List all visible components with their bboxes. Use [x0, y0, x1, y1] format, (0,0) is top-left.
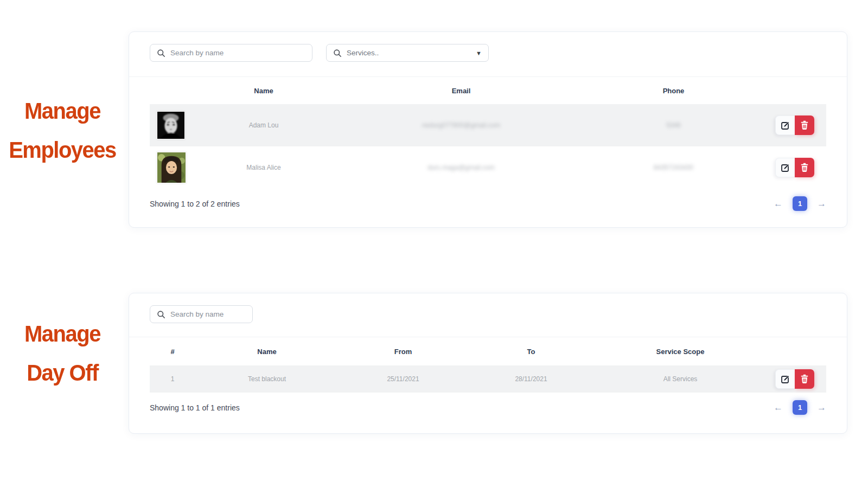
entries-summary: Showing 1 to 1 of 1 entries [150, 403, 240, 412]
heading-line: Manage [0, 314, 125, 353]
delete-dayoff-button[interactable] [795, 369, 814, 389]
dayoff-search-input[interactable] [170, 310, 246, 318]
employee-search-input[interactable] [170, 49, 305, 57]
dayoff-search [150, 305, 253, 323]
dayoff-name: Test blackout [195, 375, 339, 383]
dayoff-table-header: # Name From To Service Scope [150, 337, 826, 365]
delete-employee-button[interactable] [795, 115, 814, 135]
avatar-cell [150, 152, 199, 183]
next-page-arrow[interactable]: → [817, 198, 826, 209]
dayoff-toolbar [129, 293, 847, 337]
avatar [157, 152, 186, 183]
employee-search [150, 44, 312, 62]
column-header-email: Email [329, 87, 593, 95]
prev-page-arrow[interactable]: ← [774, 198, 783, 209]
trash-icon [800, 163, 809, 172]
services-filter-dropdown[interactable]: Services.. ▼ [326, 44, 489, 62]
column-header-name: Name [199, 87, 329, 95]
male-bw-portrait-avatar [157, 112, 184, 139]
employees-table-footer: Showing 1 to 2 of 2 entries ← 1 → [129, 196, 847, 211]
column-header-index: # [150, 348, 195, 356]
section-heading-manage-day-off: Manage Day Off [0, 314, 125, 393]
avatar-cell [150, 111, 199, 139]
employees-table-header: Name Email Phone [150, 77, 826, 104]
dayoff-table-footer: Showing 1 to 1 of 1 entries ← 1 → [129, 400, 847, 415]
search-icon [157, 49, 165, 57]
dayoff-index: 1 [150, 375, 195, 383]
employee-phone: 84357243430 [593, 164, 754, 171]
female-portrait-avatar [157, 152, 186, 183]
page: Manage Employees Manage Day Off Services… [0, 0, 868, 488]
heading-line: Day Off [0, 353, 125, 392]
employee-email: nedurg077800@gmail.com [329, 121, 593, 129]
dayoff-row: 1 Test blackout 25/11/2021 28/11/2021 Al… [150, 365, 826, 393]
delete-employee-button[interactable] [795, 158, 814, 177]
edit-employee-button[interactable] [775, 115, 795, 135]
section-heading-manage-employees: Manage Employees [0, 91, 125, 170]
employee-name: Adam Lou [199, 121, 329, 129]
dayoff-to: 28/11/2021 [468, 375, 595, 383]
manage-day-off-panel: # Name From To Service Scope 1 Test blac… [129, 293, 847, 434]
column-header-service-scope: Service Scope [595, 348, 766, 356]
column-header-from: From [339, 348, 468, 356]
employee-row: Adam Lou nedurg077800@gmail.com 5346 [150, 104, 826, 146]
page-number-button[interactable]: 1 [793, 400, 807, 415]
next-page-arrow[interactable]: → [817, 402, 826, 413]
edit-icon [781, 374, 790, 384]
employee-email: durs.maga@gmail.com [329, 164, 593, 171]
actions-cell [766, 369, 826, 389]
prev-page-arrow[interactable]: ← [774, 402, 783, 413]
trash-icon [800, 120, 809, 130]
employee-row: Malisa Alice durs.maga@gmail.com 8435724… [150, 146, 826, 189]
avatar [157, 111, 185, 139]
entries-summary: Showing 1 to 2 of 2 entries [150, 200, 240, 208]
edit-dayoff-button[interactable] [775, 369, 795, 389]
heading-line: Employees [0, 130, 125, 169]
services-filter-label: Services.. [347, 49, 379, 57]
employee-name: Malisa Alice [199, 164, 329, 171]
heading-line: Manage [0, 91, 125, 130]
employees-toolbar: Services.. ▼ [129, 32, 847, 76]
dayoff-from: 25/11/2021 [339, 375, 468, 383]
column-header-to: To [468, 348, 595, 356]
manage-employees-panel: Services.. ▼ Name Email Phone [129, 31, 847, 228]
trash-icon [800, 374, 809, 384]
edit-employee-button[interactable] [775, 158, 795, 177]
search-icon [157, 310, 165, 319]
pagination: ← 1 → [774, 196, 826, 211]
search-icon [333, 49, 342, 57]
actions-cell [754, 158, 826, 177]
actions-cell [754, 115, 826, 135]
page-number-button[interactable]: 1 [793, 196, 807, 211]
column-header-phone: Phone [593, 87, 754, 95]
edit-icon [781, 120, 790, 130]
employee-phone: 5346 [593, 121, 754, 129]
pagination: ← 1 → [774, 400, 826, 415]
dayoff-service-scope: All Services [595, 375, 766, 383]
column-header-name: Name [195, 348, 339, 356]
edit-icon [781, 163, 790, 172]
dropdown-caret-icon: ▼ [476, 50, 482, 56]
